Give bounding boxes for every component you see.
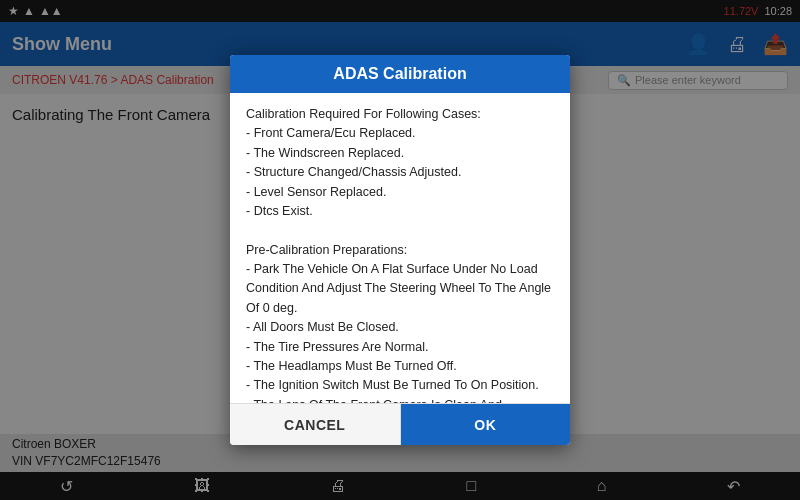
modal-footer: CANCEL OK: [230, 403, 570, 445]
cancel-button[interactable]: CANCEL: [230, 404, 401, 445]
modal-overlay: ADAS Calibration Calibration Required Fo…: [0, 0, 800, 500]
modal-header: ADAS Calibration: [230, 55, 570, 93]
ok-button[interactable]: OK: [401, 404, 571, 445]
modal-dialog: ADAS Calibration Calibration Required Fo…: [230, 55, 570, 445]
modal-body: Calibration Required For Following Cases…: [230, 93, 570, 403]
